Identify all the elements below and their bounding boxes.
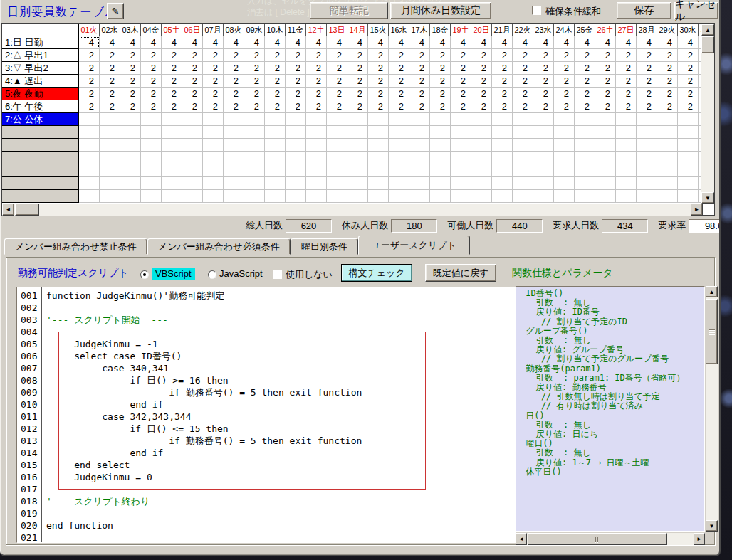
table-cell[interactable] [451, 139, 471, 152]
table-cell[interactable] [595, 126, 616, 139]
column-header[interactable]: 16水 [389, 24, 409, 36]
table-cell[interactable]: 2 [657, 49, 678, 62]
table-cell[interactable]: 2 [575, 62, 595, 75]
column-header[interactable]: 28月 [637, 24, 657, 36]
table-cell[interactable] [162, 152, 182, 164]
table-cell[interactable] [286, 164, 306, 177]
table-cell[interactable] [327, 139, 347, 152]
table-cell[interactable]: 2 [79, 100, 100, 113]
table-cell[interactable]: 2 [182, 88, 203, 100]
table-cell[interactable]: 2 [389, 62, 409, 75]
row-label[interactable]: 3:▽ 早出2 [2, 62, 79, 75]
table-cell[interactable] [203, 126, 224, 139]
table-cell[interactable] [265, 152, 286, 164]
table-cell[interactable] [678, 113, 699, 126]
table-cell[interactable]: 2 [492, 100, 513, 113]
table-cell[interactable] [513, 152, 533, 164]
table-cell[interactable]: 2 [182, 49, 203, 62]
column-header[interactable]: 01火 [79, 24, 100, 36]
row-label[interactable]: 4:▲ 遅出 [2, 75, 79, 88]
table-cell[interactable]: 4 [79, 36, 100, 49]
scroll-down-icon[interactable]: ▼ [701, 192, 714, 204]
reset-default-button[interactable]: 既定値に戻す [425, 264, 496, 282]
table-cell[interactable] [182, 126, 203, 139]
table-cell[interactable] [409, 126, 430, 139]
row-label[interactable]: 7:公 公休 [2, 113, 79, 126]
column-header[interactable]: 15火 [368, 24, 389, 36]
table-cell[interactable] [224, 139, 244, 152]
table-cell[interactable]: 2 [616, 75, 637, 88]
docs-hscroll-thumb[interactable] [528, 533, 667, 545]
table-cell[interactable] [224, 152, 244, 164]
table-cell[interactable]: 2 [513, 62, 533, 75]
row-label[interactable] [2, 164, 79, 177]
table-cell[interactable] [368, 152, 389, 164]
table-cell[interactable] [678, 139, 699, 152]
table-cell[interactable]: 2 [430, 62, 451, 75]
table-cell[interactable] [533, 152, 554, 164]
table-cell[interactable]: 4 [203, 36, 224, 49]
table-cell[interactable] [141, 126, 162, 139]
table-cell[interactable] [637, 152, 657, 164]
table-cell[interactable] [100, 164, 120, 177]
table-cell[interactable] [533, 126, 554, 139]
table-cell[interactable]: 4 [120, 36, 141, 49]
table-cell[interactable]: 4 [347, 36, 368, 49]
table-cell[interactable] [616, 190, 637, 203]
table-cell[interactable] [224, 164, 244, 177]
table-cell[interactable] [575, 113, 595, 126]
scroll-up-icon[interactable]: ▲ [701, 24, 714, 36]
table-cell[interactable] [244, 177, 265, 190]
table-vertical-scrollbar[interactable]: ▲ ▼ [701, 24, 714, 204]
table-cell[interactable] [100, 126, 120, 139]
table-cell[interactable]: 2 [492, 49, 513, 62]
table-cell[interactable]: 2 [224, 88, 244, 100]
table-cell[interactable]: 2 [595, 100, 616, 113]
table-cell[interactable]: 2 [554, 100, 575, 113]
table-cell[interactable] [451, 190, 471, 203]
table-cell[interactable] [513, 113, 533, 126]
table-cell[interactable] [286, 152, 306, 164]
relax-conditions-checkbox[interactable] [532, 6, 541, 15]
table-cell[interactable]: 2 [678, 75, 699, 88]
table-cell[interactable]: 2 [100, 100, 120, 113]
table-cell[interactable] [409, 113, 430, 126]
table-cell[interactable] [554, 177, 575, 190]
table-cell[interactable] [347, 139, 368, 152]
table-cell[interactable]: 2 [409, 100, 430, 113]
table-cell[interactable]: 2 [141, 49, 162, 62]
table-cell[interactable] [182, 139, 203, 152]
table-cell[interactable] [430, 190, 451, 203]
table-cell[interactable]: 2 [347, 75, 368, 88]
table-cell[interactable] [513, 177, 533, 190]
table-cell[interactable]: 2 [203, 100, 224, 113]
table-cell[interactable] [286, 177, 306, 190]
table-cell[interactable] [430, 139, 451, 152]
table-cell[interactable]: 2 [409, 62, 430, 75]
table-cell[interactable] [389, 113, 409, 126]
table-cell[interactable] [637, 164, 657, 177]
table-cell[interactable]: 4 [657, 36, 678, 49]
table-cell[interactable]: 2 [286, 49, 306, 62]
table-cell[interactable]: 4 [554, 36, 575, 49]
column-header[interactable]: 03木 [120, 24, 141, 36]
table-cell[interactable] [471, 152, 492, 164]
table-cell[interactable] [616, 152, 637, 164]
table-cell[interactable]: 2 [430, 100, 451, 113]
table-cell[interactable]: 4 [533, 36, 554, 49]
table-cell[interactable] [533, 190, 554, 203]
table-cell[interactable]: 2 [409, 49, 430, 62]
column-header[interactable]: 27日 [616, 24, 637, 36]
column-header[interactable]: 19土 [451, 24, 471, 36]
table-cell[interactable] [120, 190, 141, 203]
row-label[interactable]: 5:夜 夜勤 [2, 88, 79, 100]
table-cell[interactable]: 2 [327, 75, 347, 88]
tab-user-script[interactable]: ユーザースクリプト [358, 236, 470, 255]
table-cell[interactable]: 2 [368, 62, 389, 75]
table-cell[interactable]: 2 [306, 88, 327, 100]
table-cell[interactable]: 2 [513, 49, 533, 62]
table-cell[interactable]: 2 [616, 49, 637, 62]
docs-scroll-left-icon[interactable]: ◄ [516, 533, 527, 545]
table-cell[interactable] [430, 113, 451, 126]
table-cell[interactable]: 2 [575, 100, 595, 113]
